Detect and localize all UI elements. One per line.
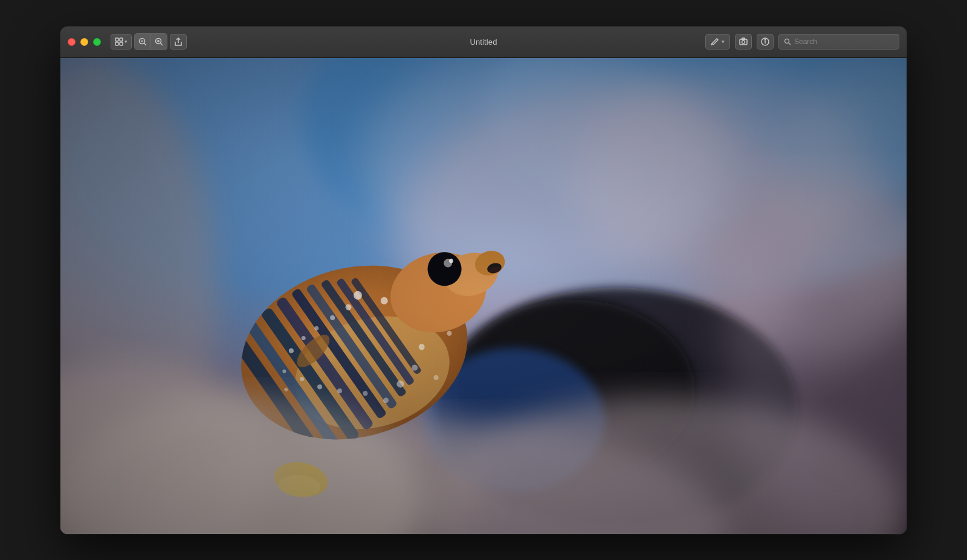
- window-title: Untitled: [470, 37, 497, 47]
- fish-image: [60, 58, 907, 534]
- svg-line-12: [711, 43, 712, 45]
- svg-line-6: [144, 43, 147, 46]
- svg-rect-0: [115, 38, 118, 41]
- markup-button[interactable]: ▾: [705, 34, 730, 50]
- fish-scene: [60, 58, 907, 534]
- pen-icon: [711, 37, 719, 46]
- svg-point-19: [785, 39, 789, 43]
- info-icon: [761, 37, 769, 46]
- camera-button[interactable]: [735, 34, 752, 50]
- svg-rect-87: [60, 58, 907, 534]
- info-button[interactable]: [757, 34, 774, 50]
- share-icon: [174, 37, 183, 46]
- zoom-in-icon: [155, 37, 163, 46]
- zoom-control-group: [134, 33, 167, 50]
- svg-line-20: [789, 43, 791, 45]
- view-toggle-icon: [115, 37, 123, 46]
- image-area: [60, 58, 907, 534]
- view-chevron-icon: ▾: [125, 39, 128, 45]
- search-bar[interactable]: [778, 34, 899, 50]
- svg-rect-2: [115, 42, 118, 45]
- markup-chevron-icon: ▾: [722, 39, 725, 45]
- search-icon: [784, 38, 791, 45]
- svg-rect-1: [120, 38, 123, 41]
- app-window: ▾: [60, 27, 907, 534]
- svg-rect-3: [120, 42, 123, 45]
- zoom-out-icon: [138, 37, 147, 46]
- maximize-button[interactable]: [93, 38, 101, 46]
- svg-point-18: [765, 39, 765, 40]
- close-button[interactable]: [68, 38, 76, 46]
- minimize-button[interactable]: [80, 38, 88, 46]
- camera-icon: [739, 37, 748, 46]
- view-toggle-button[interactable]: ▾: [111, 34, 132, 50]
- zoom-in-button[interactable]: [151, 34, 167, 50]
- traffic-lights: [68, 38, 101, 46]
- share-button[interactable]: [170, 34, 187, 50]
- toolbar-left: ▾: [111, 33, 187, 50]
- search-input[interactable]: [794, 37, 894, 46]
- svg-point-14: [742, 40, 745, 43]
- titlebar: ▾: [60, 27, 907, 58]
- toolbar-right: ▾: [705, 34, 899, 50]
- zoom-out-button[interactable]: [135, 34, 151, 50]
- svg-line-10: [161, 43, 163, 46]
